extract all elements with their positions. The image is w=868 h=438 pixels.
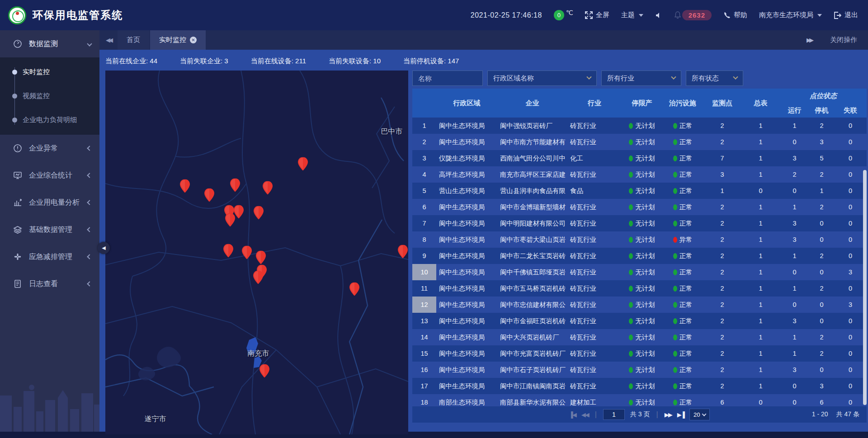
row-region: 营山生态环境局 — [436, 187, 497, 195]
map-pin[interactable] — [180, 179, 190, 193]
map-pin[interactable] — [256, 251, 266, 264]
table-row[interactable]: 16阆中生态环境局阆中市石子页岩机砖厂砖瓦行业无计划正常21300 — [412, 362, 867, 378]
table-row[interactable]: 15阆中生态环境局阆中市光富页岩机砖厂砖瓦行业无计划正常21120 — [412, 345, 867, 362]
page-size-select[interactable]: 20 — [689, 409, 710, 420]
row-industry: 建材加工 — [567, 398, 622, 407]
tab-实时监控[interactable]: 实时监控✕ — [150, 30, 206, 50]
row-facility-status: 正常 — [662, 366, 703, 374]
logout-button[interactable]: 退出 — [834, 11, 858, 19]
page-number-input[interactable] — [603, 409, 625, 420]
table-scrollbar[interactable] — [863, 170, 867, 405]
first-page-icon[interactable]: ▐◀ — [569, 411, 576, 418]
sidebar-subitem-0-1[interactable]: 视频监控 — [0, 84, 99, 108]
close-operations-button[interactable]: 关闭操作 — [830, 36, 857, 44]
row-points: 1 — [703, 187, 741, 194]
table-row[interactable]: 5营山生态环境局营山县润丰肉食品有限食品无计划正常10010 — [412, 183, 867, 199]
table-row[interactable]: 18南部生态环境局南部县新华水泥有限公建材加工无计划正常60060 — [412, 394, 867, 406]
content-area: 当前在线企业: 44当前失联企业: 3当前在线设备: 211当前失联设备: 10… — [99, 50, 868, 432]
sidebar-item-2[interactable]: 企业综合统计 — [0, 162, 99, 189]
sidebar-item-0[interactable]: 数据监测 — [0, 30, 99, 57]
row-limit-status: 无计划 — [622, 138, 662, 146]
tab-close-icon[interactable]: ✕ — [190, 37, 197, 43]
status-dot — [629, 367, 633, 373]
region-select[interactable]: 行政区域名称 — [487, 71, 597, 86]
map-pin[interactable] — [298, 157, 308, 171]
map-pin[interactable] — [223, 244, 233, 257]
row-company: 阆中明阳建材有限公司 — [497, 219, 567, 228]
table-row[interactable]: 11阆中生态环境局阆中市五马桥页岩机砖砖瓦行业无计划正常21120 — [412, 280, 867, 297]
last-page-icon[interactable]: ▶▐ — [677, 411, 684, 418]
table-row[interactable]: 3仪陇生态环境局西南油气田分公司川中化工无计划正常71350 — [412, 150, 867, 166]
org-dropdown[interactable]: 南充市生态环境局 — [759, 11, 822, 19]
table-row[interactable]: 9阆中生态环境局阆中市二龙长宝页岩砖砖瓦行业无计划正常21120 — [412, 248, 867, 264]
status-dot — [629, 302, 633, 308]
theme-dropdown[interactable]: 主题 — [621, 11, 643, 19]
table-row[interactable]: 7阆中生态环境局阆中明阳建材有限公司砖瓦行业无计划正常21300 — [412, 215, 867, 231]
help-button[interactable]: 帮助 — [723, 11, 747, 19]
map-pin[interactable] — [349, 283, 359, 296]
chevron-icon — [87, 41, 92, 46]
sidebar-item-4[interactable]: 基础数据管理 — [0, 216, 99, 243]
map-pin[interactable] — [234, 205, 244, 218]
map-pin[interactable] — [230, 178, 240, 192]
row-region: 阆中生态环境局 — [436, 333, 497, 342]
col-region: 行政区域 — [436, 89, 497, 118]
row-region: 仪陇生态环境局 — [436, 154, 497, 163]
notification-area[interactable]: 2632 — [674, 10, 712, 20]
tabs-scroll-right-icon[interactable]: ▶▶ — [807, 37, 812, 43]
row-limit-status: 无计划 — [622, 333, 662, 342]
table-row[interactable]: 13阆中生态环境局阆中市金福旺页岩机砖砖瓦行业无计划正常21300 — [412, 313, 867, 329]
sidebar-subitem-0-0[interactable]: 实时监控 — [0, 60, 99, 84]
sidebar-subitem-0-2[interactable]: 企业电力负荷明细 — [0, 108, 99, 132]
status-dot — [673, 172, 677, 178]
tab-首页[interactable]: 首页 — [118, 30, 149, 50]
sidebar-item-5[interactable]: 应急减排管理 — [0, 243, 99, 270]
row-running: 0 — [780, 301, 809, 308]
map-pin[interactable] — [259, 364, 269, 378]
row-industry: 砖瓦行业 — [567, 252, 622, 260]
stat-1: 当前失联企业: 3 — [180, 57, 228, 66]
map-city-label: 巴中市 — [381, 127, 402, 137]
map-pin[interactable] — [242, 245, 252, 259]
status-dot — [629, 253, 633, 259]
status-dot — [629, 400, 633, 405]
table-row[interactable]: 2阆中生态环境局阆中市南方节能建材有砖瓦行业无计划正常21030 — [412, 134, 867, 150]
map-pin[interactable] — [398, 245, 408, 259]
app-logo-icon — [8, 6, 26, 24]
row-meters: 1 — [741, 334, 780, 341]
table-row[interactable]: 17阆中生态环境局阆中市江南镇阆南页岩砖瓦行业无计划正常21030 — [412, 378, 867, 394]
table-row[interactable]: 14阆中生态环境局阆中大兴页岩机砖厂砖瓦行业无计划正常21120 — [412, 329, 867, 345]
table-row[interactable]: 10阆中生态环境局阆中千佛镇五郎垭页岩砖瓦行业无计划正常21003 — [412, 264, 867, 280]
prev-page-icon[interactable]: ◀◀ — [581, 411, 589, 418]
map-pin[interactable] — [263, 181, 273, 195]
sidebar-item-1[interactable]: 企业异常 — [0, 135, 99, 162]
table-row[interactable]: 4高坪生态环境局南充市高坪区王家店建砖瓦行业无计划正常31220 — [412, 166, 867, 183]
map-pin[interactable] — [254, 206, 264, 220]
stat-0: 当前在线企业: 44 — [105, 57, 157, 66]
map-pin[interactable] — [253, 270, 263, 284]
row-limit-status: 无计划 — [622, 252, 662, 260]
row-meters: 1 — [741, 350, 780, 357]
table-row[interactable]: 8阆中生态环境局阆中市枣碧大梁山页岩砖瓦行业无计划异常21300 — [412, 231, 867, 248]
mute-button[interactable] — [655, 12, 662, 19]
map-pin[interactable] — [225, 213, 235, 227]
table-row[interactable]: 1阆中生态环境局阆中强锐页岩砖厂砖瓦行业无计划正常21120 — [412, 118, 867, 134]
status-select[interactable]: 所有状态 — [686, 71, 743, 86]
table-row[interactable]: 12阆中生态环境局阆中市忠信建材有限公砖瓦行业无计划正常21003 — [412, 297, 867, 313]
next-page-icon[interactable]: ▶▶ — [665, 411, 672, 418]
table-row[interactable]: 6阆中生态环境局阆中市金博瑞新型墙材砖瓦行业无计划正常21120 — [412, 199, 867, 215]
map-panel[interactable]: 巴中市南充市遂宁市 — [105, 71, 408, 434]
tabs-scroll-left-icon[interactable]: ◀◀ — [106, 37, 111, 43]
map-collapse-button[interactable]: ◀ — [98, 242, 110, 254]
map-pin[interactable] — [204, 188, 214, 202]
row-company: 阆中市光富页岩机砖厂 — [497, 349, 567, 358]
name-search-input[interactable] — [412, 71, 483, 86]
fullscreen-button[interactable]: 全屏 — [585, 11, 609, 19]
row-index: 8 — [412, 231, 436, 248]
row-points: 2 — [703, 138, 741, 146]
sidebar-item-6[interactable]: 日志查看 — [0, 270, 99, 297]
row-points: 2 — [703, 268, 741, 276]
sidebar-item-3[interactable]: 企业用电量分析 — [0, 189, 99, 216]
industry-select[interactable]: 所有行业 — [601, 71, 681, 86]
row-offline: 0 — [834, 187, 867, 194]
